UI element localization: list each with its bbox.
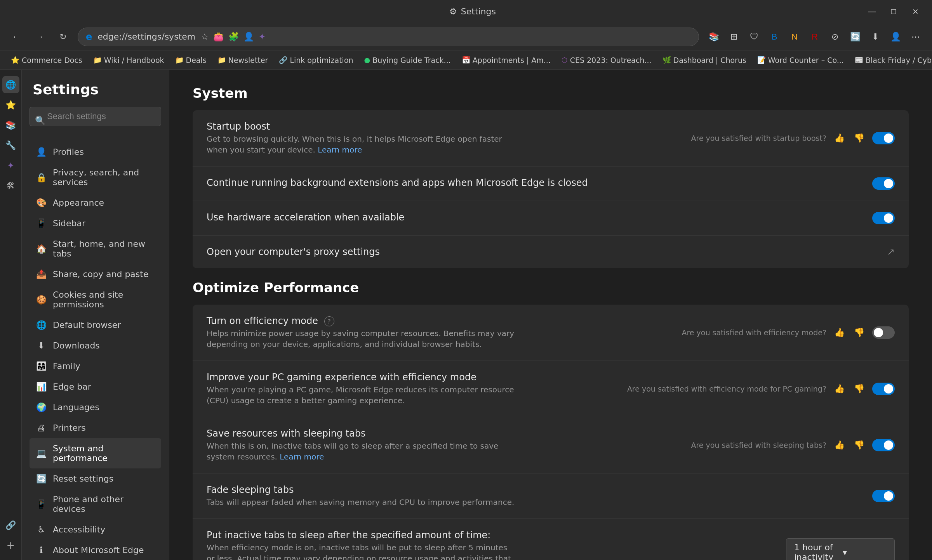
collections-icon[interactable]: 📚: [705, 28, 722, 45]
sidebar-label-reset: Reset settings: [53, 474, 155, 484]
efficiency-mode-thumbdown[interactable]: 👎: [852, 326, 866, 339]
bookmark-wiki[interactable]: 📁 Wiki / Handbook: [89, 54, 169, 66]
wallet-icon[interactable]: 👛: [213, 32, 224, 42]
sync-icon[interactable]: 🔄: [847, 28, 864, 45]
pc-gaming-toggle[interactable]: [872, 383, 895, 395]
bookmark-ces[interactable]: ⬡ CES 2023: Outreach...: [557, 54, 656, 66]
sidebar-item-profiles[interactable]: 👤 Profiles: [30, 142, 161, 162]
bookmark-newsletter[interactable]: 📁 Newsletter: [213, 54, 273, 66]
pc-gaming-thumbup[interactable]: 👍: [833, 382, 846, 395]
efficiency-mode-help-icon[interactable]: ?: [324, 316, 334, 326]
refresh-button[interactable]: ↻: [54, 28, 71, 45]
minimize-button[interactable]: —: [861, 3, 882, 20]
maximize-button[interactable]: □: [883, 3, 904, 20]
vs-icon-favorites[interactable]: ⭐: [2, 96, 19, 113]
bookmark-dashboard[interactable]: 🌿 Dashboard | Chorus: [658, 54, 751, 66]
favorites-icon[interactable]: ☆: [201, 32, 209, 42]
bookmark-black-friday[interactable]: 📰 Black Friday / Cyber...: [850, 54, 932, 66]
forward-button[interactable]: →: [31, 28, 48, 45]
sidebar-item-sidebar[interactable]: 📱 Sidebar: [30, 213, 161, 234]
bookmark-buying-guide[interactable]: ● Buying Guide Track...: [360, 54, 456, 66]
sidebar-label-appearance: Appearance: [53, 198, 155, 208]
edge-bar-icon: 📊: [36, 382, 47, 392]
menu-button[interactable]: ⋯: [907, 28, 924, 45]
sidebar-item-cookies[interactable]: 🍪 Cookies and site permissions: [30, 284, 161, 315]
startup-boost-thumbdown[interactable]: 👎: [852, 132, 866, 145]
browser-essentials-icon[interactable]: 🛡: [746, 28, 763, 45]
fade-sleeping-toggle[interactable]: [872, 490, 895, 502]
back-button[interactable]: ←: [8, 28, 25, 45]
sidebar-item-appearance[interactable]: 🎨 Appearance: [30, 192, 161, 213]
bookmark-link-opt[interactable]: 🔗 Link optimization: [274, 54, 358, 66]
sidebar-item-printers[interactable]: 🖨 Printers: [30, 418, 161, 438]
sidebar-item-share[interactable]: 📤 Share, copy and paste: [30, 264, 161, 284]
sidebar-item-phone[interactable]: 📱 Phone and other devices: [30, 489, 161, 519]
split-screen-icon[interactable]: ⊞: [725, 28, 742, 45]
filter-icon[interactable]: ⊘: [826, 28, 843, 45]
rewards-icon[interactable]: R: [806, 28, 823, 45]
sidebar-item-languages[interactable]: 🌍 Languages: [30, 397, 161, 418]
system-section-title: System: [193, 85, 909, 101]
dropdown-value: 1 hour of inactivity: [794, 543, 838, 560]
fade-sleeping-left: Fade sleeping tabs Tabs will appear fade…: [207, 484, 861, 508]
background-extensions-toggle[interactable]: [872, 177, 895, 190]
startup-boost-toggle[interactable]: [872, 132, 895, 144]
sidebar-item-edge-bar[interactable]: 📊 Edge bar: [30, 376, 161, 397]
vs-icon-share[interactable]: 🔗: [2, 517, 19, 534]
bing-icon[interactable]: B: [766, 28, 783, 45]
sidebar-item-privacy[interactable]: 🔒 Privacy, search, and services: [30, 162, 161, 192]
sleeping-tabs-thumb: [884, 440, 893, 450]
sleeping-tabs-link[interactable]: Learn more: [280, 452, 324, 461]
sidebar-item-start-home[interactable]: 🏠 Start, home, and new tabs: [30, 234, 161, 264]
extensions-icon[interactable]: 🧩: [228, 32, 239, 42]
background-extensions-title: Continue running background extensions a…: [207, 177, 861, 188]
sidebar-item-system[interactable]: 💻 System and performance: [30, 438, 161, 468]
bookmark-icon: ⭐: [11, 56, 19, 64]
background-extensions-left: Continue running background extensions a…: [207, 177, 861, 190]
copilot-icon[interactable]: ✦: [259, 32, 266, 42]
startup-boost-title: Startup boost: [207, 121, 680, 132]
sidebar-item-reset[interactable]: 🔄 Reset settings: [30, 468, 161, 489]
profile-icon[interactable]: 👤: [243, 32, 254, 42]
share-icon: 📤: [36, 269, 47, 279]
pc-gaming-thumbdown[interactable]: 👎: [852, 382, 866, 395]
sleeping-tabs-thumbdown[interactable]: 👎: [852, 439, 866, 452]
sidebar-label-default-browser: Default browser: [53, 320, 155, 330]
vs-icon-tools[interactable]: 🛠: [2, 177, 19, 194]
inactive-sleep-dropdown[interactable]: 1 hour of inactivity ▾: [786, 538, 895, 560]
sleeping-tabs-toggle[interactable]: [872, 439, 895, 451]
external-link-icon[interactable]: ↗: [887, 246, 895, 257]
address-icons: ☆ 👛 🧩 👤 ✦: [201, 32, 266, 42]
eff-mode-thumb: [874, 328, 883, 337]
search-input[interactable]: [30, 107, 161, 126]
sidebar-item-default-browser[interactable]: 🌐 Default browser: [30, 315, 161, 335]
efficiency-mode-toggle[interactable]: [872, 326, 895, 339]
address-bar[interactable]: e edge://settings/system ☆ 👛 🧩 👤 ✦: [78, 28, 699, 46]
norton-icon[interactable]: N: [786, 28, 803, 45]
bookmark-commerce-docs[interactable]: ⭐ Commerce Docs: [6, 54, 87, 66]
vs-icon-history[interactable]: 📚: [2, 116, 19, 133]
sidebar-item-family[interactable]: 👨‍👩‍👧 Family: [30, 356, 161, 376]
appearance-icon: 🎨: [36, 198, 47, 208]
vs-icon-browser[interactable]: 🌐: [2, 76, 19, 93]
sidebar-item-downloads[interactable]: ⬇ Downloads: [30, 335, 161, 356]
sidebar-label-share: Share, copy and paste: [53, 269, 155, 279]
startup-boost-link[interactable]: Learn more: [318, 145, 362, 154]
sidebar-item-about[interactable]: ℹ About Microsoft Edge: [30, 540, 161, 560]
about-icon: ℹ: [36, 545, 47, 555]
bookmark-word-counter[interactable]: 📝 Word Counter – Co...: [753, 54, 849, 66]
downloads-icon[interactable]: ⬇: [867, 28, 884, 45]
vs-icon-copilot[interactable]: ✦: [2, 157, 19, 174]
vs-icon-settings[interactable]: 🔧: [2, 137, 19, 154]
vs-add-button[interactable]: +: [2, 537, 19, 554]
startup-boost-thumbup[interactable]: 👍: [833, 132, 846, 145]
close-button[interactable]: ✕: [905, 3, 926, 20]
efficiency-mode-thumbup[interactable]: 👍: [833, 326, 846, 339]
bookmark-appointments[interactable]: 📅 Appointments | Am...: [457, 54, 555, 66]
user-profile-btn[interactable]: 👤: [887, 28, 904, 45]
bookmark-deals[interactable]: 📁 Deals: [170, 54, 211, 66]
bookmark-icon: ●: [364, 56, 370, 64]
hardware-accel-toggle[interactable]: [872, 212, 895, 224]
sleeping-tabs-thumbup[interactable]: 👍: [833, 439, 846, 452]
sidebar-item-accessibility[interactable]: ♿ Accessibility: [30, 519, 161, 540]
